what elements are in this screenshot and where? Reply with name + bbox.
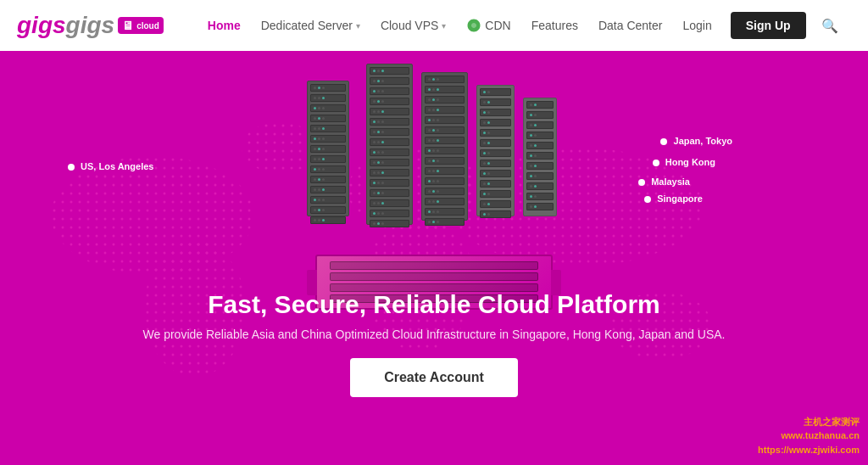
rack-row-2 [330, 272, 538, 281]
nav-cdn[interactable]: CDN [456, 0, 520, 51]
chevron-down-icon: ▾ [442, 21, 446, 31]
nav-home[interactable]: Home [198, 0, 251, 51]
create-account-button[interactable]: Create Account [350, 358, 518, 397]
chevron-down-icon: ▾ [356, 21, 360, 31]
hero-subtitle: We provide Reliable Asia and China Optim… [0, 328, 868, 341]
nav-cloud-vps[interactable]: Cloud VPS ▾ [370, 0, 456, 51]
navbar: gigs gigs 🖥 cloud Home Dedicated Server … [0, 0, 868, 51]
nav-features[interactable]: Features [521, 0, 588, 51]
location-singapore: Singapore [644, 193, 703, 204]
location-dot [653, 160, 659, 166]
nav-data-center[interactable]: Data Center [588, 0, 672, 51]
location-malaysia: Malaysia [638, 176, 690, 187]
server-tower-5 [523, 98, 557, 216]
server-tower-1 [307, 81, 349, 216]
logo-gigs1: gigs [17, 12, 66, 39]
location-dot [638, 179, 645, 186]
location-us-la: US, Los Angeles [68, 161, 153, 171]
server-tower-2 [366, 64, 413, 225]
location-dot [660, 138, 667, 145]
server-tower-4 [476, 85, 515, 216]
server-icon: 🖥 [122, 19, 134, 32]
nav-dedicated-server[interactable]: Dedicated Server ▾ [251, 0, 370, 51]
location-hong-kong: Hong Kong [653, 157, 715, 167]
location-japan-tokyo: Japan, Tokyo [660, 136, 732, 146]
location-dot [644, 196, 651, 203]
search-icon[interactable]: 🔍 [815, 18, 845, 34]
cdn-leaf-icon [466, 18, 481, 33]
nav-login[interactable]: Login [672, 0, 721, 51]
server-tower-3 [421, 72, 468, 221]
rack-row-1 [330, 261, 538, 270]
hero-section: US, Los Angeles Japan, Tokyo Hong Kong M… [0, 51, 868, 465]
location-dot [68, 164, 75, 171]
nav-signup-button[interactable]: Sign Up [731, 12, 806, 39]
logo-gigs2: gigs [66, 12, 115, 39]
hero-content: Fast, Secure, Reliable Cloud Platform We… [0, 290, 868, 397]
logo[interactable]: gigs gigs 🖥 cloud [17, 12, 164, 39]
main-nav: Home Dedicated Server ▾ Cloud VPS ▾ CDN … [198, 0, 851, 51]
server-scene [197, 64, 671, 327]
hero-title: Fast, Secure, Reliable Cloud Platform [0, 290, 868, 319]
watermark: 主机之家测评 www.tuzhanua.cn https://www.zjwik… [758, 415, 860, 457]
logo-cloud-badge: 🖥 cloud [118, 17, 164, 34]
